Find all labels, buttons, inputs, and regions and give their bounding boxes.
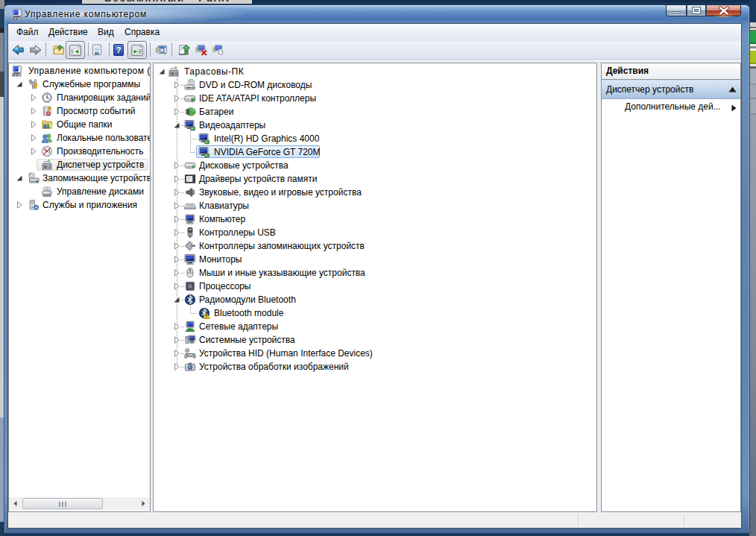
svg-text:?: ? bbox=[116, 45, 121, 54]
